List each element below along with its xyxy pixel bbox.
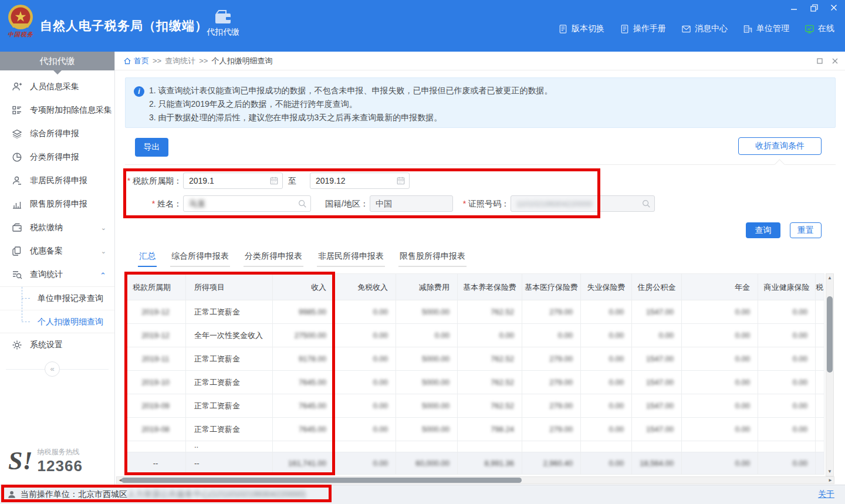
nationality-input: 中国 bbox=[370, 195, 453, 212]
cell-value: 0.00 bbox=[581, 452, 632, 475]
operator-unit-clear: 北京市西城区 bbox=[78, 489, 127, 500]
cell-income-item: 正常工资薪金 bbox=[186, 347, 273, 371]
hotline-caption: 纳税服务热线 bbox=[38, 447, 83, 457]
sidebar-item-人员信息采集[interactable]: 人员信息采集 bbox=[0, 75, 114, 99]
breadcrumb-home[interactable]: 首页 bbox=[123, 56, 149, 66]
tab-限售股所得申报表[interactable]: 限售股所得申报表 bbox=[398, 251, 467, 267]
cell-value: 0.00 bbox=[682, 394, 758, 418]
reset-button[interactable]: 重置 bbox=[790, 222, 822, 238]
form-list-icon bbox=[12, 105, 22, 116]
sidebar-item-分类所得申报[interactable]: 分类所得申报 bbox=[0, 146, 114, 169]
scroll-down-arrow[interactable]: ▼ bbox=[826, 468, 833, 476]
vertical-scroll-thumb[interactable] bbox=[827, 296, 833, 373]
calendar-icon[interactable] bbox=[269, 176, 279, 185]
sidebar-item-label: 限售股所得申报 bbox=[30, 199, 87, 209]
column-header-所得项目: 所得项目 bbox=[186, 273, 273, 300]
horizontal-scroll-thumb[interactable] bbox=[121, 478, 522, 483]
sidebar-item-限售股所得申报[interactable]: 限售股所得申报 bbox=[0, 192, 114, 216]
table-row: 2019-12正常工资薪金9985.000.005000.00762.52279… bbox=[125, 300, 824, 324]
sidebar-subitem-单位申报记录查询[interactable]: 单位申报记录查询 bbox=[0, 287, 114, 310]
sidebar-subitem-个人扣缴明细查询[interactable]: 个人扣缴明细查询 bbox=[0, 310, 114, 333]
sidebar-item-label: 税款缴纳 bbox=[30, 222, 63, 233]
cell-value: 2,960.40 bbox=[522, 452, 581, 475]
wallet-icon bbox=[12, 222, 22, 233]
cell-value: 0.00 bbox=[334, 347, 396, 371]
cell-period: -- bbox=[125, 452, 186, 475]
result-table: 税款所属期所得项目收入免税收入减除费用基本养老保险费基本医疗保险费失业保险费住房… bbox=[125, 273, 824, 475]
search-icon[interactable] bbox=[298, 199, 307, 208]
breadcrumb-current: 个人扣缴明细查询 bbox=[211, 56, 272, 66]
sidebar-item-税款缴纳[interactable]: 税款缴纳⌄ bbox=[0, 216, 114, 239]
cell-value bbox=[522, 441, 581, 452]
table-row: 2019-08正常工资薪金7645.000.005000.00798.24279… bbox=[125, 418, 824, 441]
person-plus-icon bbox=[12, 82, 22, 92]
app-window: { "window": { "controls": [ {"name": "mi… bbox=[0, 0, 845, 504]
cell-value bbox=[581, 441, 632, 452]
header-link-消息中心[interactable]: 消息中心 bbox=[681, 23, 728, 34]
calendar-icon[interactable] bbox=[396, 176, 405, 185]
cell-value: 762.52 bbox=[458, 371, 522, 394]
table-header-row: 税款所属期所得项目收入免税收入减除费用基本养老保险费基本医疗保险费失业保险费住房… bbox=[125, 273, 824, 300]
person-icon bbox=[7, 490, 16, 499]
column-header-减除费用: 减除费用 bbox=[396, 273, 458, 300]
sidebar-item-非居民所得申报[interactable]: 非居民所得申报 bbox=[0, 169, 114, 192]
cell-value bbox=[816, 441, 824, 452]
period-from-input[interactable]: 2019.1 bbox=[183, 172, 283, 189]
cell-value: 0.00 bbox=[581, 418, 632, 441]
cell-value: 5000.00 bbox=[396, 300, 458, 324]
name-label: 姓名： bbox=[115, 195, 182, 212]
sidebar-item-系统设置[interactable]: 系统设置 bbox=[0, 333, 114, 357]
tab-分类所得申报表[interactable]: 分类所得申报表 bbox=[244, 251, 303, 267]
notice-line: 3. 由于数据处理的滞后性，建议您在申报成功3天之后再来查询最新的申报数据。 bbox=[149, 111, 827, 124]
sidebar-item-优惠备案[interactable]: 优惠备案⌄ bbox=[0, 239, 114, 263]
table-row: 2019-11正常工资薪金9178.000.005000.00762.52279… bbox=[125, 347, 824, 371]
tab-综合所得申报表[interactable]: 综合所得申报表 bbox=[170, 251, 230, 267]
table-row: 2019-10正常工资薪金7645.000.005000.00762.52279… bbox=[125, 371, 824, 394]
tab-close-button[interactable] bbox=[831, 57, 839, 65]
breadcrumb-separator: >> bbox=[153, 56, 161, 65]
tab-汇总[interactable]: 汇总 bbox=[138, 251, 157, 267]
status-bar: 当前操作单位： 北京市西城区 人力资源公共服务中心(12110102199304… bbox=[0, 485, 845, 504]
chevron-down-icon: ⌄ bbox=[101, 248, 106, 255]
vertical-scrollbar[interactable]: ▲ ▼ bbox=[826, 273, 834, 476]
sidebar-item-综合所得申报[interactable]: 综合所得申报 bbox=[0, 122, 114, 146]
nav-tab-withholding[interactable]: 代扣代缴 bbox=[202, 9, 244, 38]
sidebar-item-专项附加扣除信息采集[interactable]: 专项附加扣除信息采集 bbox=[0, 99, 114, 122]
cell-value: 0.00 bbox=[458, 324, 522, 347]
operator-label: 当前操作单位： bbox=[21, 489, 78, 500]
name-input[interactable]: 马某 bbox=[183, 195, 311, 212]
cell-value: 27500.00 bbox=[273, 324, 334, 347]
tab-非居民所得申报表[interactable]: 非居民所得申报表 bbox=[317, 251, 385, 267]
sidebar-item-label: 非居民所得申报 bbox=[30, 175, 87, 186]
period-to-label: 至 bbox=[285, 172, 299, 189]
header-link-在线[interactable]: 在线 bbox=[805, 23, 834, 34]
breadcrumb-item[interactable]: 查询统计 bbox=[165, 56, 195, 66]
document-tab-controls bbox=[816, 57, 839, 65]
collapse-query-button[interactable]: 收折查询条件 bbox=[738, 137, 822, 155]
horizontal-scrollbar[interactable]: ◄ ► bbox=[116, 476, 834, 484]
scroll-up-arrow[interactable]: ▲ bbox=[826, 274, 833, 282]
header-link-label: 单位管理 bbox=[756, 23, 789, 34]
tax-bureau-emblem: 中国税务 bbox=[6, 4, 35, 48]
tab-maximize-button[interactable] bbox=[816, 57, 824, 65]
sidebar-item-查询统计[interactable]: 查询统计⌃ bbox=[0, 263, 114, 286]
nav-tab-label: 代扣代缴 bbox=[202, 27, 244, 38]
cell-income-item: 正常工资薪金 bbox=[186, 394, 273, 418]
restore-button[interactable] bbox=[809, 2, 819, 13]
search-icon[interactable] bbox=[641, 199, 651, 208]
cell-income-item: 正常工资薪金 bbox=[186, 371, 273, 394]
header-link-单位管理[interactable]: 单位管理 bbox=[743, 23, 789, 34]
export-button[interactable]: 导出 bbox=[135, 138, 168, 157]
header-link-操作手册[interactable]: 操作手册 bbox=[620, 23, 666, 34]
id-number-input[interactable]: 110102199304220000 bbox=[511, 195, 655, 212]
period-to-input[interactable]: 2019.12 bbox=[310, 172, 410, 189]
minimize-button[interactable] bbox=[789, 2, 799, 13]
id-number-value: 110102199304220000 bbox=[516, 199, 592, 208]
header-link-版本切换[interactable]: 版本切换 bbox=[558, 23, 604, 34]
cell-value: 762.52 bbox=[458, 347, 522, 371]
about-link[interactable]: 关于 bbox=[818, 489, 834, 500]
close-button[interactable] bbox=[829, 2, 839, 13]
query-button[interactable]: 查询 bbox=[746, 222, 780, 238]
scroll-right-arrow[interactable]: ► bbox=[827, 477, 834, 483]
sidebar-collapse-button[interactable]: « bbox=[45, 361, 60, 377]
